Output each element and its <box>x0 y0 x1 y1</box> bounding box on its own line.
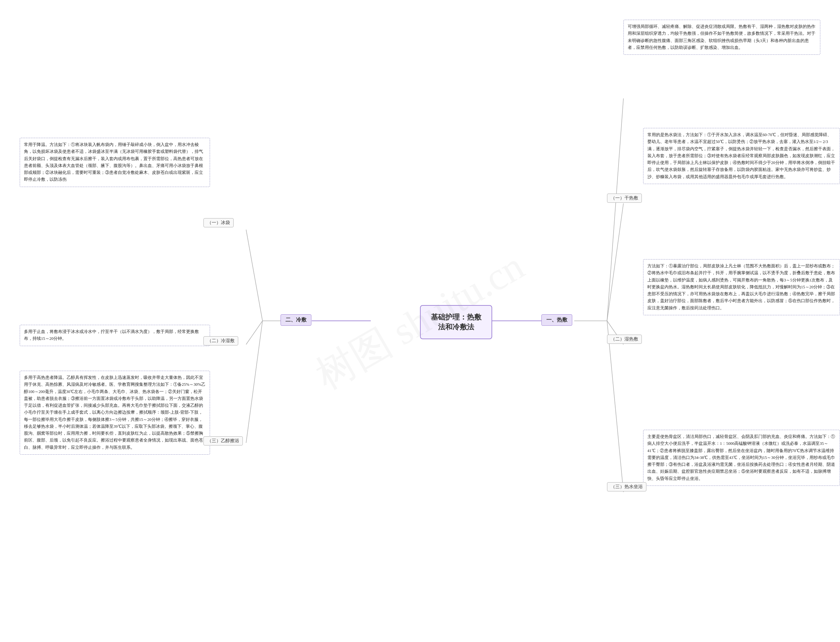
dry-heat-content: 常用的是热水袋法，方法如下：①于开水加入凉水，调水温至60-70℃，但对昏迷、局… <box>643 128 840 184</box>
cold-wet-content: 多用于止血，将敷布浸于冰水或冷水中，拧至半干（以不滴水为度），敷于局部，经常更换… <box>20 325 210 346</box>
mind-map-container: 基础护理：热敷法和冷敷法 一、热敷 二、冷敷 可增强局部循环、减轻疼痛、解除、促… <box>0 0 840 642</box>
svg-line-10 <box>246 321 263 443</box>
cold-wet-label: （二）冷湿敷 <box>203 336 238 345</box>
alcohol-content: 多用于高热患者降温。乙醇具有挥发性，在皮肤上迅速蒸发时，吸收并带走大量体热，因此… <box>20 371 210 455</box>
branch-cold: 二、冷敷 <box>281 314 311 326</box>
svg-line-4 <box>607 203 623 321</box>
hot-bath-content: 主要是使热骨盆区，清洁局部伤口，减轻骨盆区、会阴及肛门部的充血、炎症和疼痛。方法… <box>643 430 840 486</box>
svg-line-8 <box>246 230 263 321</box>
center-title: 基础护理：热敷法和冷敷法 <box>431 313 482 331</box>
svg-line-3 <box>607 99 623 321</box>
wet-heat-label: （二）湿热敷 <box>607 335 642 344</box>
hot-intro-box: 可增强局部循环、减轻疼痛、解除、促进炎症消散或局限。热敷有干、湿两种，湿热敷对皮… <box>623 20 820 55</box>
ice-bag-label: （一）冰袋 <box>203 218 234 227</box>
branch-hot: 一、热敷 <box>542 314 572 326</box>
hot-bath-label: （三）热水坐浴 <box>607 482 646 491</box>
svg-line-6 <box>607 321 623 492</box>
dry-heat-label: （一）干热敷 <box>607 193 642 203</box>
center-node: 基础护理：热敷法和冷敷法 <box>420 305 492 339</box>
alcohol-label: （三）乙醇擦浴 <box>203 436 243 446</box>
ice-bag-content: 常用于降温。方法如下：①将冰块装入帆布袋内，用锤子敲碎成小块，倒入盆中，用水冲去… <box>20 138 210 187</box>
wet-heat-content: 方法如下：①暴露治疗部位，局部皮肤涂上凡士林（范围不大热敷面积）后，盖上一层纱布… <box>643 259 840 315</box>
